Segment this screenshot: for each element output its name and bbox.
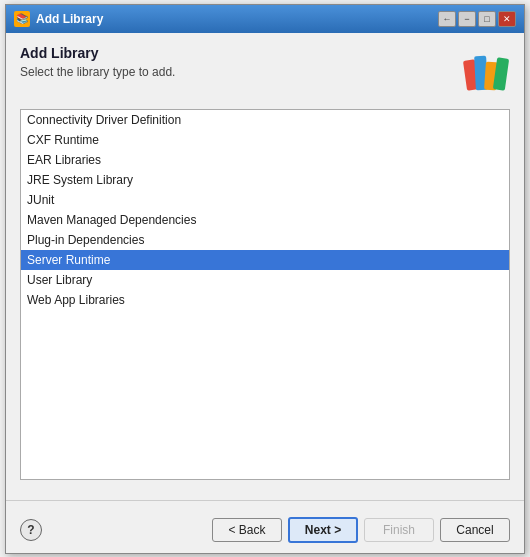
list-item[interactable]: CXF Runtime xyxy=(21,130,509,150)
cancel-button[interactable]: Cancel xyxy=(440,518,510,542)
window-icon: 📚 xyxy=(14,11,30,27)
close-button[interactable]: ✕ xyxy=(498,11,516,27)
back-button[interactable]: ← xyxy=(438,11,456,27)
list-item[interactable]: Plug-in Dependencies xyxy=(21,230,509,250)
minimize-button[interactable]: − xyxy=(458,11,476,27)
page-title: Add Library xyxy=(20,45,450,61)
footer-buttons: < Back Next > Finish Cancel xyxy=(212,517,510,543)
finish-button[interactable]: Finish xyxy=(364,518,434,542)
list-item[interactable]: JRE System Library xyxy=(21,170,509,190)
window-title: Add Library xyxy=(36,12,103,26)
title-bar-left: 📚 Add Library xyxy=(14,11,103,27)
header-section: Add Library Select the library type to a… xyxy=(20,45,510,97)
list-item[interactable]: JUnit xyxy=(21,190,509,210)
list-item[interactable]: Maven Managed Dependencies xyxy=(21,210,509,230)
library-icon xyxy=(458,45,510,97)
page-subtitle: Select the library type to add. xyxy=(20,65,450,79)
header-text: Add Library Select the library type to a… xyxy=(20,45,450,79)
footer-left: ? xyxy=(20,519,42,541)
add-library-window: 📚 Add Library ← − □ ✕ Add Library Select… xyxy=(5,4,525,554)
back-nav-button[interactable]: < Back xyxy=(212,518,282,542)
list-item[interactable]: Server Runtime xyxy=(21,250,509,270)
content-area: Add Library Select the library type to a… xyxy=(6,33,524,500)
maximize-button[interactable]: □ xyxy=(478,11,496,27)
window-controls: ← − □ ✕ xyxy=(438,11,516,27)
list-item[interactable]: User Library xyxy=(21,270,509,290)
next-button[interactable]: Next > xyxy=(288,517,358,543)
list-item[interactable]: Web App Libraries xyxy=(21,290,509,310)
library-type-list[interactable]: Connectivity Driver DefinitionCXF Runtim… xyxy=(20,109,510,480)
footer: ? < Back Next > Finish Cancel xyxy=(6,511,524,553)
help-button[interactable]: ? xyxy=(20,519,42,541)
list-item[interactable]: Connectivity Driver Definition xyxy=(21,110,509,130)
footer-divider xyxy=(6,500,524,501)
books-stack-icon xyxy=(461,48,507,94)
list-item[interactable]: EAR Libraries xyxy=(21,150,509,170)
title-bar: 📚 Add Library ← − □ ✕ xyxy=(6,5,524,33)
